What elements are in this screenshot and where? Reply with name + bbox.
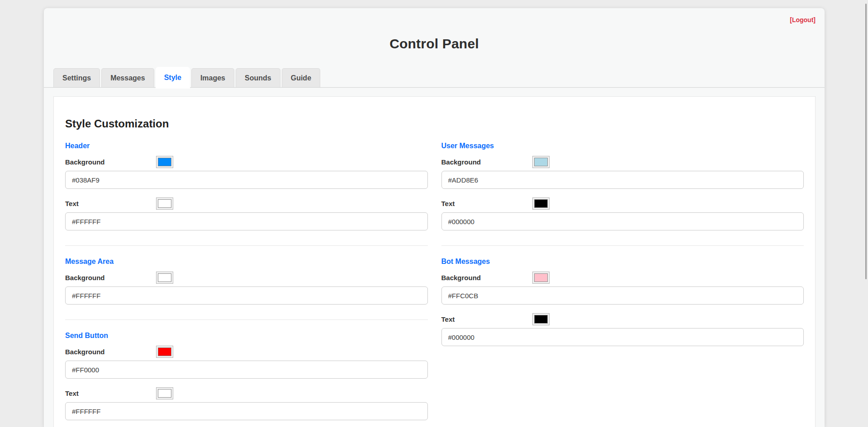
swatch-color <box>158 158 171 166</box>
tab-settings[interactable]: Settings <box>53 68 100 87</box>
color-value-input[interactable] <box>65 402 428 420</box>
section-title: Header <box>65 142 428 150</box>
field-label-row: Text <box>441 197 804 210</box>
section-title: User Messages <box>441 142 804 150</box>
section-title: Message Area <box>65 258 428 266</box>
swatch-color <box>534 273 548 282</box>
tab-messages[interactable]: Messages <box>101 68 154 87</box>
section-divider <box>65 245 428 246</box>
color-field-text: Text <box>65 197 428 230</box>
color-value-input[interactable] <box>65 361 428 379</box>
field-label: Background <box>65 348 156 356</box>
swatch-color <box>534 199 548 208</box>
page-title: Control Panel <box>44 36 825 52</box>
swatch-color <box>158 273 171 282</box>
color-value-input[interactable] <box>441 171 804 189</box>
swatch-color <box>158 347 171 356</box>
color-field-background: Background <box>65 272 428 305</box>
tab-guide[interactable]: Guide <box>282 68 320 87</box>
color-picker-swatch[interactable] <box>156 197 173 210</box>
section-divider <box>441 245 804 246</box>
color-picker-swatch[interactable] <box>532 272 550 284</box>
tab-style[interactable]: Style <box>156 67 190 89</box>
field-label: Text <box>65 389 156 397</box>
swatch-color <box>534 158 548 166</box>
color-picker-swatch[interactable] <box>156 387 173 399</box>
field-label-row: Text <box>441 313 804 325</box>
color-picker-swatch[interactable] <box>532 156 550 168</box>
style-section-message-area: Message AreaBackground <box>65 258 428 305</box>
swatch-color <box>534 315 548 324</box>
field-label: Background <box>65 158 156 166</box>
swatch-color <box>158 389 171 398</box>
section-title: Bot Messages <box>441 258 804 266</box>
color-field-text: Text <box>65 387 428 420</box>
field-label: Background <box>65 274 156 282</box>
control-panel-card: [Logout] Control Panel SettingsMessagesS… <box>44 8 825 427</box>
style-section-user-messages: User MessagesBackgroundText <box>441 142 804 230</box>
field-label-row: Background <box>65 156 428 168</box>
color-field-background: Background <box>441 272 804 305</box>
color-field-background: Background <box>441 156 804 189</box>
style-section-header: HeaderBackgroundText <box>65 142 428 230</box>
tab-images[interactable]: Images <box>191 68 234 87</box>
style-customization-heading: Style Customization <box>65 117 804 130</box>
field-label-row: Background <box>65 272 428 284</box>
color-picker-swatch[interactable] <box>156 272 173 284</box>
color-value-input[interactable] <box>441 212 804 230</box>
left-column: HeaderBackgroundTextMessage AreaBackgrou… <box>65 142 428 427</box>
style-tab-pane: Style Customization HeaderBackgroundText… <box>53 96 816 427</box>
field-label: Background <box>441 274 532 282</box>
right-column: User MessagesBackgroundTextBot MessagesB… <box>441 142 804 427</box>
field-label: Background <box>441 158 532 166</box>
color-picker-swatch[interactable] <box>156 346 173 358</box>
swatch-color <box>158 199 171 208</box>
style-section-bot-messages: Bot MessagesBackgroundText <box>441 258 804 346</box>
color-value-input[interactable] <box>65 212 428 230</box>
color-field-text: Text <box>441 313 804 346</box>
style-columns: HeaderBackgroundTextMessage AreaBackgrou… <box>65 142 804 427</box>
page: { "page": { "title": "Control Panel", "l… <box>0 0 868 427</box>
color-picker-swatch[interactable] <box>532 197 550 210</box>
field-label: Text <box>65 200 156 207</box>
field-label: Text <box>441 200 532 207</box>
color-picker-swatch[interactable] <box>532 313 550 325</box>
color-picker-swatch[interactable] <box>156 156 173 168</box>
section-title: Send Button <box>65 332 428 340</box>
vertical-scrollbar-thumb[interactable] <box>865 4 867 279</box>
section-divider <box>65 319 428 320</box>
style-section-send-button: Send ButtonBackgroundText <box>65 332 428 420</box>
tab-sounds[interactable]: Sounds <box>236 68 280 87</box>
logout-link[interactable]: [Logout] <box>790 16 816 23</box>
color-value-input[interactable] <box>441 328 804 346</box>
color-value-input[interactable] <box>65 171 428 189</box>
field-label-row: Background <box>441 156 804 168</box>
color-field-background: Background <box>65 156 428 189</box>
field-label-row: Text <box>65 197 428 210</box>
field-label-row: Background <box>65 346 428 358</box>
field-label-row: Background <box>441 272 804 284</box>
tab-bar: SettingsMessagesStyleImagesSoundsGuide <box>44 68 825 88</box>
color-field-background: Background <box>65 346 428 379</box>
field-label: Text <box>441 315 532 323</box>
color-value-input[interactable] <box>65 286 428 305</box>
field-label-row: Text <box>65 387 428 399</box>
color-field-text: Text <box>441 197 804 230</box>
color-value-input[interactable] <box>441 286 804 305</box>
